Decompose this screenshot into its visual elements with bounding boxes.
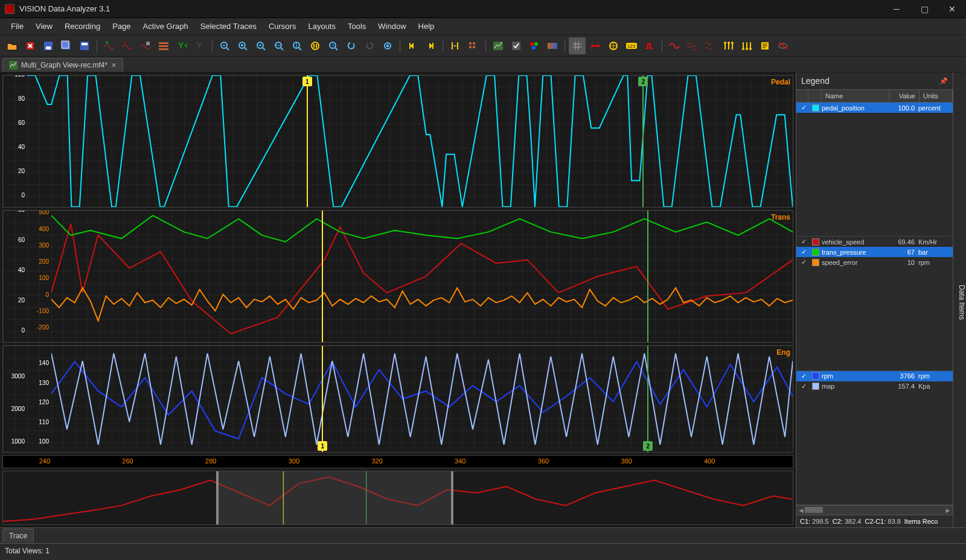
remove-trace-icon[interactable]: × bbox=[119, 37, 136, 54]
svg-rect-27 bbox=[432, 43, 433, 49]
color-palette-icon[interactable] bbox=[526, 37, 543, 54]
menu-cursors[interactable]: Cursors bbox=[263, 19, 302, 33]
app-icon bbox=[5, 4, 14, 14]
graph-title: Trans bbox=[771, 213, 790, 221]
gradient-icon[interactable] bbox=[544, 37, 561, 54]
chart-type-icon[interactable] bbox=[490, 37, 507, 54]
checkbox-icon[interactable]: ✓ bbox=[798, 258, 810, 266]
grid-toggle-icon[interactable] bbox=[569, 37, 586, 54]
zoom-undo-icon[interactable] bbox=[343, 37, 360, 54]
pin-icon[interactable]: 📌 bbox=[939, 77, 948, 85]
legend-row-vehicle_speed[interactable]: ✓ vehicle_speed 69.46 Km/Hr bbox=[796, 237, 953, 247]
sine-grid-icon[interactable] bbox=[702, 37, 719, 54]
data-items-tab[interactable]: Data Items bbox=[953, 72, 966, 527]
svg-rect-32 bbox=[469, 46, 472, 48]
menu-page[interactable]: Page bbox=[106, 19, 136, 33]
trace-name: map bbox=[822, 383, 888, 390]
overview-window[interactable] bbox=[216, 471, 453, 524]
step-fwd-icon[interactable] bbox=[422, 37, 439, 54]
sine-multi-icon[interactable] bbox=[684, 37, 701, 54]
legend-row-speed_error[interactable]: ✓ speed_error 10 rpm bbox=[796, 257, 953, 267]
svg-text:+: + bbox=[105, 41, 109, 46]
legend-row-map[interactable]: ✓ map 157.4 Kpa bbox=[796, 381, 953, 392]
svg-point-40 bbox=[591, 45, 593, 47]
add-trace-icon[interactable]: + bbox=[101, 37, 118, 54]
trace-name: rpm bbox=[822, 372, 888, 380]
legend-row-rpm[interactable]: ✓ rpm 3766 rpm bbox=[796, 371, 953, 381]
zoom-in-icon[interactable] bbox=[234, 37, 251, 54]
svg-point-16 bbox=[223, 44, 225, 46]
notes-icon[interactable] bbox=[756, 37, 773, 54]
tab-close-icon[interactable]: ✕ bbox=[111, 62, 117, 69]
checkbox-icon[interactable]: ✓ bbox=[798, 248, 810, 256]
checkbox-icon[interactable]: ✓ bbox=[798, 104, 810, 112]
menu-layouts[interactable]: Layouts bbox=[302, 19, 342, 33]
svg-rect-4 bbox=[62, 41, 69, 48]
zoom-pause-icon[interactable] bbox=[307, 37, 324, 54]
save-as-icon[interactable] bbox=[76, 37, 93, 54]
zoom-out-icon[interactable] bbox=[252, 37, 269, 54]
save-all-icon[interactable] bbox=[58, 37, 75, 54]
trace-value: 100.0 bbox=[888, 104, 918, 112]
markers-b-icon[interactable] bbox=[738, 37, 755, 54]
tab-trace[interactable]: Trace bbox=[2, 529, 34, 542]
tab-multigraph[interactable]: Multi_Graph View-rec.mf4* ✕ bbox=[2, 58, 123, 72]
graph-area: Pedal 020406080100 1 2 Trans 020406080tr… bbox=[0, 72, 796, 527]
menu-recording[interactable]: Recording bbox=[59, 19, 106, 33]
zoom-region-icon[interactable] bbox=[379, 37, 396, 54]
menu-view[interactable]: View bbox=[30, 19, 59, 33]
add-y-axis-icon[interactable]: Y+ bbox=[173, 37, 190, 54]
menu-selected-traces[interactable]: Selected Traces bbox=[194, 19, 263, 33]
menu-help[interactable]: Help bbox=[412, 19, 441, 33]
zoom-redo-icon[interactable] bbox=[361, 37, 378, 54]
save-icon[interactable] bbox=[40, 37, 57, 54]
trace-properties-icon[interactable] bbox=[137, 37, 154, 54]
graph-panel-trans[interactable]: Trans 020406080trans_pressure (bar, Km/H… bbox=[2, 210, 793, 343]
checkbox-list-icon[interactable] bbox=[508, 37, 525, 54]
menu-tools[interactable]: Tools bbox=[342, 19, 372, 33]
legend-hscroll[interactable]: ◄ ► bbox=[796, 505, 953, 515]
close-button[interactable]: ✕ bbox=[938, 0, 966, 18]
graph-panel-eng[interactable]: Eng 1000200030004000 100110120130140150 … bbox=[2, 345, 793, 453]
checkbox-icon[interactable]: ✓ bbox=[798, 383, 810, 390]
step-back-icon[interactable] bbox=[404, 37, 421, 54]
svg-point-50 bbox=[749, 48, 752, 50]
hide-icon[interactable] bbox=[775, 37, 792, 54]
values-label-icon[interactable]: 123 bbox=[623, 37, 640, 54]
svg-point-48 bbox=[742, 48, 744, 50]
menu-file[interactable]: File bbox=[5, 19, 30, 33]
svg-rect-12 bbox=[159, 48, 168, 50]
line-style-icon[interactable] bbox=[587, 37, 604, 54]
svg-rect-31 bbox=[473, 42, 475, 45]
menu-active-graph[interactable]: Active Graph bbox=[137, 19, 194, 33]
menu-window[interactable]: Window bbox=[372, 19, 412, 33]
delete-icon[interactable] bbox=[22, 37, 39, 54]
trace-list-icon[interactable] bbox=[155, 37, 172, 54]
checkbox-icon[interactable]: ✓ bbox=[798, 372, 810, 380]
cursors-grid-icon[interactable] bbox=[465, 37, 482, 54]
cursor-2-flag[interactable]: 2 bbox=[638, 77, 648, 86]
cursor-2-flag[interactable]: 2 bbox=[643, 441, 653, 451]
minimize-button[interactable]: ─ bbox=[883, 0, 910, 18]
zoom-help-icon[interactable]: ? bbox=[325, 37, 342, 54]
sine-icon[interactable] bbox=[666, 37, 683, 54]
legend-row-pedal_position[interactable]: ✓ pedal_position 100.0 percent bbox=[796, 103, 953, 113]
markers-a-icon[interactable] bbox=[720, 37, 737, 54]
status-bar: Total Views: 1 bbox=[0, 543, 966, 558]
graph-panel-pedal[interactable]: Pedal 020406080100 1 2 bbox=[2, 75, 793, 208]
maximize-button[interactable]: ▢ bbox=[910, 0, 938, 18]
remove-y-axis-icon[interactable]: Y- bbox=[191, 37, 208, 54]
crosshair-icon[interactable] bbox=[605, 37, 622, 54]
zoom-fit-icon[interactable] bbox=[216, 37, 233, 54]
zoom-y-icon[interactable] bbox=[289, 37, 305, 54]
cursor-1-flag[interactable]: 1 bbox=[318, 441, 327, 451]
cursors-icon[interactable] bbox=[447, 37, 464, 54]
checkbox-icon[interactable]: ✓ bbox=[798, 238, 810, 246]
overview-strip[interactable] bbox=[2, 471, 793, 525]
legend-row-trans_pressure[interactable]: ✓ trans_pressure 67 bar bbox=[796, 247, 953, 257]
step-mode-icon[interactable] bbox=[641, 37, 658, 54]
open-icon[interactable] bbox=[4, 37, 21, 54]
cursor-1-flag[interactable]: 1 bbox=[302, 77, 312, 86]
svg-rect-2 bbox=[46, 46, 51, 49]
zoom-x-icon[interactable] bbox=[270, 37, 287, 54]
